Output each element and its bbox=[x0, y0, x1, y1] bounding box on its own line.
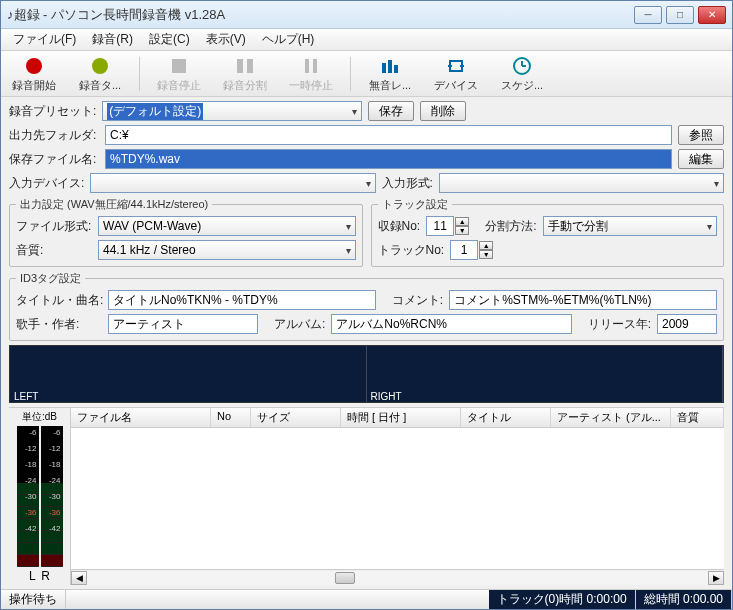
id3-title-label: タイトル・曲名: bbox=[16, 292, 102, 309]
col-quality[interactable]: 音質 bbox=[671, 408, 724, 427]
output-filename-label: 保存ファイル名: bbox=[9, 151, 99, 168]
preset-delete-button[interactable]: 削除 bbox=[420, 101, 466, 121]
record-timer-button[interactable]: 録音タ... bbox=[73, 54, 127, 93]
id3-group: ID3タグ設定 タイトル・曲名: コメント: 歌手・作者: アルバム: リリース… bbox=[9, 271, 724, 341]
preset-save-button[interactable]: 保存 bbox=[368, 101, 414, 121]
waveform-right: RIGHT bbox=[367, 346, 724, 402]
filetype-combo[interactable]: WAV (PCM-Wave) bbox=[98, 216, 356, 236]
split-icon bbox=[233, 54, 257, 78]
id3-title-input[interactable] bbox=[108, 290, 376, 310]
schedule-button[interactable]: スケジ... bbox=[495, 54, 549, 93]
waveform-display: LEFT RIGHT bbox=[9, 345, 724, 403]
svg-rect-7 bbox=[382, 63, 386, 73]
recno-label: 収録No: bbox=[378, 218, 421, 235]
menu-record[interactable]: 録音(R) bbox=[84, 29, 141, 50]
id3-comment-label: コメント: bbox=[392, 292, 443, 309]
content-area: 録音プリセット: (デフォルト設定) 保存 削除 出力先フォルダ: 参照 保存フ… bbox=[1, 97, 732, 589]
waveform-left: LEFT bbox=[10, 346, 367, 402]
level-meter: 単位:dB -6 -12 -18 -24 -30 -36 -42 -6 bbox=[9, 408, 71, 585]
file-list: ファイル名 No サイズ 時間 [ 日付 ] タイトル アーティスト (アル..… bbox=[71, 408, 724, 585]
id3-album-input[interactable] bbox=[331, 314, 571, 334]
menu-view[interactable]: 表示(V) bbox=[198, 29, 254, 50]
menubar: ファイル(F) 録音(R) 設定(C) 表示(V) ヘルプ(H) bbox=[1, 29, 732, 51]
spin-up-icon[interactable]: ▲ bbox=[479, 241, 493, 250]
meter-right: -6 -12 -18 -24 -30 -36 -42 bbox=[41, 426, 63, 567]
output-folder-input[interactable] bbox=[105, 125, 672, 145]
record-split-button[interactable]: 録音分割 bbox=[218, 54, 272, 93]
track-settings-legend: トラック設定 bbox=[378, 197, 452, 212]
spin-down-icon[interactable]: ▼ bbox=[455, 226, 469, 235]
scroll-right-icon[interactable]: ▶ bbox=[708, 571, 724, 585]
svg-rect-3 bbox=[237, 59, 243, 73]
device-button[interactable]: デバイス bbox=[429, 54, 483, 93]
id3-artist-input[interactable] bbox=[108, 314, 258, 334]
pause-button[interactable]: 一時停止 bbox=[284, 54, 338, 93]
browse-button[interactable]: 参照 bbox=[678, 125, 724, 145]
edit-button[interactable]: 編集 bbox=[678, 149, 724, 169]
device-row: 入力デバイス: 入力形式: bbox=[9, 173, 724, 193]
titlebar: ♪超録 - パソコン長時間録音機 v1.28A ─ □ ✕ bbox=[1, 1, 732, 29]
statusbar: 操作待ち トラック(0)時間 0:00:00 総時間 0:00.00 bbox=[1, 589, 732, 609]
menu-help[interactable]: ヘルプ(H) bbox=[254, 29, 323, 50]
trackno-spinner[interactable]: ▲▼ bbox=[450, 240, 493, 260]
col-no[interactable]: No bbox=[211, 408, 251, 427]
preset-combo[interactable]: (デフォルト設定) bbox=[102, 101, 362, 121]
col-artist[interactable]: アーティスト (アル... bbox=[551, 408, 671, 427]
preset-row: 録音プリセット: (デフォルト設定) 保存 削除 bbox=[9, 101, 724, 121]
menu-file[interactable]: ファイル(F) bbox=[5, 29, 84, 50]
file-list-body[interactable] bbox=[71, 428, 724, 569]
toolbar-sep2 bbox=[350, 57, 351, 91]
record-start-button[interactable]: 録音開始 bbox=[7, 54, 61, 93]
id3-year-input[interactable] bbox=[657, 314, 717, 334]
output-settings-legend: 出力設定 (WAV無圧縮/44.1kHz/stereo) bbox=[16, 197, 212, 212]
output-filename-input[interactable] bbox=[105, 149, 672, 169]
schedule-label: スケジ... bbox=[495, 78, 549, 93]
stop-icon bbox=[167, 54, 191, 78]
meter-left: -6 -12 -18 -24 -30 -36 -42 bbox=[17, 426, 39, 567]
quality-combo[interactable]: 44.1 kHz / Stereo bbox=[98, 240, 356, 260]
col-filename[interactable]: ファイル名 bbox=[71, 408, 211, 427]
spin-up-icon[interactable]: ▲ bbox=[455, 217, 469, 226]
record-timer-icon bbox=[88, 54, 112, 78]
output-filename-row: 保存ファイル名: 編集 bbox=[9, 149, 724, 169]
silence-icon bbox=[378, 54, 402, 78]
toolbar-sep bbox=[139, 57, 140, 91]
clock-icon bbox=[510, 54, 534, 78]
minimize-button[interactable]: ─ bbox=[634, 6, 662, 24]
device-label: デバイス bbox=[429, 78, 483, 93]
record-timer-label: 録音タ... bbox=[73, 78, 127, 93]
col-size[interactable]: サイズ bbox=[251, 408, 341, 427]
col-title[interactable]: タイトル bbox=[461, 408, 551, 427]
close-button[interactable]: ✕ bbox=[698, 6, 726, 24]
maximize-button[interactable]: □ bbox=[666, 6, 694, 24]
svg-point-1 bbox=[92, 58, 108, 74]
record-start-label: 録音開始 bbox=[7, 78, 61, 93]
silence-button[interactable]: 無音レ... bbox=[363, 54, 417, 93]
record-stop-button[interactable]: 録音停止 bbox=[152, 54, 206, 93]
scroll-left-icon[interactable]: ◀ bbox=[71, 571, 87, 585]
id3-comment-input[interactable] bbox=[449, 290, 717, 310]
scroll-thumb[interactable] bbox=[335, 572, 355, 584]
preset-label: 録音プリセット: bbox=[9, 103, 96, 120]
split-method-combo[interactable]: 手動で分割 bbox=[543, 216, 717, 236]
spin-down-icon[interactable]: ▼ bbox=[479, 250, 493, 259]
input-format-combo[interactable] bbox=[439, 173, 724, 193]
silence-label: 無音レ... bbox=[363, 78, 417, 93]
status-idle: 操作待ち bbox=[1, 590, 66, 609]
horizontal-scrollbar[interactable]: ◀ ▶ bbox=[71, 569, 724, 585]
recno-spinner[interactable]: ▲▼ bbox=[426, 216, 469, 236]
id3-artist-label: 歌手・作者: bbox=[16, 316, 102, 333]
device-icon bbox=[444, 54, 468, 78]
window-buttons: ─ □ ✕ bbox=[634, 6, 726, 24]
window-title: ♪超録 - パソコン長時間録音機 v1.28A bbox=[7, 6, 634, 24]
file-list-header: ファイル名 No サイズ 時間 [ 日付 ] タイトル アーティスト (アル..… bbox=[71, 408, 724, 428]
svg-rect-6 bbox=[313, 59, 317, 73]
scroll-track[interactable] bbox=[87, 571, 708, 585]
menu-settings[interactable]: 設定(C) bbox=[141, 29, 198, 50]
svg-rect-8 bbox=[388, 60, 392, 73]
quality-label: 音質: bbox=[16, 242, 92, 259]
svg-rect-9 bbox=[394, 65, 398, 73]
col-time[interactable]: 時間 [ 日付 ] bbox=[341, 408, 461, 427]
input-device-combo[interactable] bbox=[90, 173, 375, 193]
trackno-label: トラックNo: bbox=[378, 242, 445, 259]
